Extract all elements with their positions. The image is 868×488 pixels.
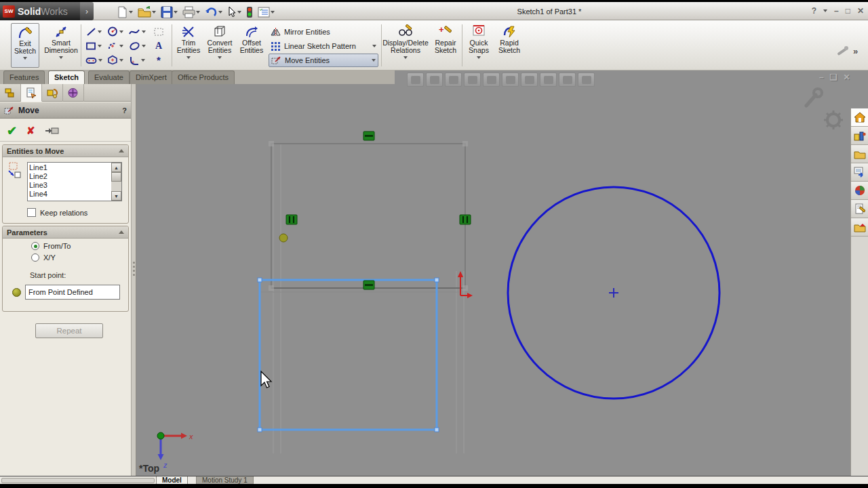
save-dropdown-caret[interactable] [174, 11, 178, 14]
display-delete-caret[interactable] [403, 56, 408, 59]
quick-snaps-button[interactable]: Quick Snaps [465, 23, 493, 59]
display-delete-relations-button[interactable]: Display/Delete Relations [384, 23, 427, 59]
circle-center-cross[interactable] [609, 288, 618, 298]
view-palette-tab[interactable] [851, 163, 868, 182]
dimxpert-manager-tab[interactable] [63, 84, 84, 102]
circle-caret[interactable] [119, 30, 123, 33]
undo-button[interactable] [203, 5, 224, 19]
slot-tool[interactable] [83, 53, 104, 67]
smart-dimension-button[interactable]: Smart Dimension [42, 23, 80, 59]
panel-splitter[interactable] [131, 84, 136, 476]
offset-entities-button[interactable]: Offset Entities [237, 23, 266, 54]
new-document-button[interactable] [115, 5, 134, 19]
linear-sketch-pattern-button[interactable]: Linear Sketch Pattern [269, 39, 378, 53]
xy-radio[interactable] [31, 253, 39, 262]
help-button[interactable]: ? [812, 6, 816, 16]
doc-minimize-icon[interactable]: – [819, 73, 824, 82]
polygon-caret[interactable] [119, 59, 123, 62]
list-item[interactable]: Line2 [29, 172, 47, 181]
options-dropdown-caret[interactable] [271, 11, 275, 14]
entities-group-header[interactable]: Entities to Move [3, 145, 128, 157]
scroll-thumb[interactable] [111, 172, 121, 182]
line-tool[interactable] [83, 24, 104, 39]
horizontal-scrollbar[interactable] [1, 478, 155, 483]
graphics-area[interactable]: x z *Top [132, 84, 868, 476]
document-recovery-tab[interactable] [851, 218, 868, 237]
arc-caret[interactable] [119, 45, 123, 47]
exit-sketch-caret[interactable] [23, 57, 27, 60]
vertical-relation-handle-right[interactable] [460, 215, 471, 224]
ellipse-tool[interactable] [126, 39, 148, 53]
selected-rectangle-vertex-handles[interactable] [258, 278, 439, 432]
list-item[interactable]: Line4 [29, 190, 47, 199]
toolbar-overflow-chevron[interactable]: » [853, 46, 858, 56]
exit-sketch-button[interactable]: Exit Sketch [11, 23, 39, 68]
property-manager-tab[interactable] [21, 84, 42, 102]
solidworks-resources-tab[interactable] [851, 108, 868, 127]
parameters-group-header[interactable]: Parameters [3, 226, 128, 239]
tab-sketch[interactable]: Sketch [48, 70, 85, 84]
rectangle-caret[interactable] [98, 45, 102, 47]
feature-manager-tab[interactable] [0, 84, 21, 102]
tab-evaluate[interactable]: Evaluate [88, 70, 130, 84]
scroll-up-button[interactable]: ▲ [111, 163, 121, 172]
spline-tool[interactable] [126, 24, 148, 39]
trim-entities-button[interactable]: Trim Entities [175, 23, 202, 59]
fillet-tool[interactable]: + [126, 53, 148, 67]
keep-relations-checkbox[interactable] [27, 208, 36, 217]
repeat-button[interactable]: Repeat [35, 323, 103, 338]
point-tool[interactable]: * [148, 53, 170, 67]
tab-features[interactable]: Features [3, 70, 45, 84]
linear-pattern-caret[interactable] [372, 45, 376, 47]
ok-button[interactable]: ✔ [7, 123, 17, 138]
doc-close-icon[interactable]: ✕ [843, 73, 850, 82]
vertical-relation-handle-left[interactable] [286, 215, 297, 224]
entities-scrollbar[interactable]: ▲ ▼ [111, 163, 121, 201]
rectangle-tool[interactable] [83, 39, 104, 53]
convert-entities-button[interactable]: Convert Entities [203, 23, 236, 59]
scroll-down-button[interactable]: ▼ [111, 191, 121, 201]
polygon-tool[interactable] [104, 53, 126, 67]
smart-dimension-caret[interactable] [59, 56, 63, 59]
undo-dropdown-caret[interactable] [218, 11, 222, 14]
configuration-manager-tab[interactable] [42, 84, 63, 102]
minimize-button[interactable]: – [834, 6, 839, 16]
print-button[interactable] [181, 5, 201, 19]
save-button[interactable] [159, 5, 179, 19]
move-entities-button[interactable]: Move Entities [269, 54, 378, 67]
entities-listbox[interactable]: Line1Line2Line3Line4 ▲ ▼ [27, 162, 122, 201]
pin-button[interactable] [45, 125, 60, 136]
options-button[interactable] [256, 5, 276, 19]
convert-caret[interactable] [218, 56, 222, 59]
tab-dimxpert[interactable]: DimXpert [130, 70, 173, 84]
help-dropdown-caret[interactable] [823, 9, 827, 12]
rapid-sketch-button[interactable]: Rapid Sketch [494, 23, 524, 54]
menu-expand-arrow[interactable]: › [80, 2, 94, 20]
toolbar-options-button[interactable] [245, 5, 254, 19]
mirror-entities-button[interactable]: Mirror Entities [269, 25, 378, 39]
text-tool[interactable]: A [148, 39, 170, 53]
circle-tool[interactable] [104, 24, 126, 39]
cancel-button[interactable]: ✘ [26, 125, 35, 137]
new-dropdown-caret[interactable] [129, 11, 133, 14]
list-item[interactable]: Line3 [29, 181, 47, 190]
print-dropdown-caret[interactable] [196, 11, 200, 14]
tab-office-products[interactable]: Office Products [172, 70, 235, 84]
appearances-scenes-tab[interactable] [851, 182, 868, 200]
repair-sketch-button[interactable]: + Repair Sketch [431, 23, 460, 54]
maximize-button[interactable]: □ [846, 6, 850, 16]
ellipse-caret[interactable] [142, 45, 146, 47]
select-box-tool[interactable] [148, 24, 170, 39]
quick-snaps-caret[interactable] [477, 56, 481, 59]
slot-caret[interactable] [98, 59, 102, 62]
arc-tool[interactable] [104, 39, 126, 53]
move-entities-caret[interactable] [372, 59, 376, 62]
fillet-caret[interactable] [141, 59, 145, 62]
file-explorer-tab[interactable] [851, 145, 868, 163]
from-to-radio[interactable] [31, 242, 39, 250]
open-dropdown-caret[interactable] [152, 11, 156, 14]
doc-restore-icon[interactable]: ❏ [830, 73, 837, 82]
horizontal-relation-handle-top[interactable] [363, 131, 374, 140]
close-button[interactable]: ✕ [857, 6, 864, 16]
splitter-grip[interactable] [133, 262, 135, 276]
